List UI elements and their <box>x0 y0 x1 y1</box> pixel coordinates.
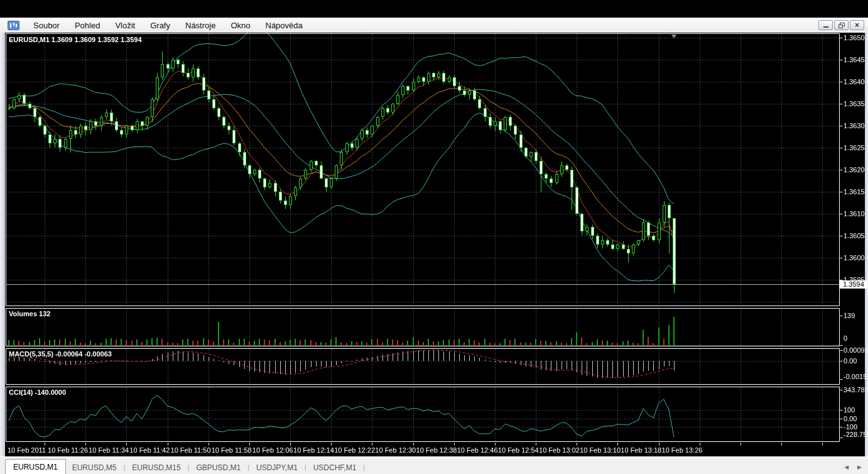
menu-item-nástroje[interactable]: Nástroje <box>178 19 223 32</box>
tab-usdjpy-m1[interactable]: USDJPY,M1 <box>250 461 304 474</box>
price-axis-tick: 1.3630 <box>844 122 865 130</box>
price-axis-tick: 1.3615 <box>844 188 865 196</box>
macd-axis-tick: 0.00 <box>844 357 857 365</box>
price-axis-tick: 1.3650 <box>844 34 865 41</box>
time-axis-label: 10 Feb 12:14 <box>293 446 334 454</box>
tabs-scroll-right-button[interactable]: ▶ <box>857 464 862 470</box>
close-icon: × <box>855 21 859 29</box>
time-axis-label: 10 Feb 12:30 <box>375 446 416 454</box>
time-axis-label: 10 Feb 12:38 <box>416 446 457 454</box>
menu-item-soubor[interactable]: Soubor <box>26 19 67 32</box>
time-axis-label: 10 Feb 13:18 <box>621 446 661 454</box>
cci-axis-tick: 0.00 <box>844 415 857 422</box>
volume-axis-tick: 0 <box>844 334 847 342</box>
time-axis-label: 10 Feb 11:34 <box>89 446 129 454</box>
price-axis-tick: 1.3640 <box>844 78 865 85</box>
chart-ohlc-title: EURUSD,M1 1.3609 1.3609 1.3592 1.3594 <box>9 36 142 43</box>
time-axis-label: 10 Feb 11:26 <box>48 446 88 454</box>
time-axis-label: 10 Feb 13:10 <box>580 446 621 454</box>
price-axis-tick: 1.3620 <box>844 166 865 174</box>
cci-axis-tick: -100 <box>844 423 857 431</box>
price-axis-tick: 1.3600 <box>844 254 865 262</box>
menu-item-okno[interactable]: Okno <box>223 19 258 32</box>
window-controls: × <box>818 20 864 30</box>
price-axis-tick: 1.3625 <box>844 144 865 152</box>
time-axis-label: 10 Feb 12:54 <box>498 446 539 454</box>
tab-scroll-buttons: ◀ ▶ <box>844 464 862 474</box>
chart-tabs: EURUSD,M1EURUSD,M5|EURUSD,M15|GBPUSD,M1|… <box>0 457 366 474</box>
menu-item-pohled[interactable]: Pohled <box>67 19 107 32</box>
chart-canvas[interactable] <box>0 33 868 456</box>
menu-items: SouborPohledVložitGrafyNástrojeOknoNápov… <box>26 19 310 32</box>
macd-axis-tick: -0.00159 <box>844 373 868 380</box>
time-axis-label: 10 Feb 11:42 <box>129 446 170 454</box>
app-icon <box>8 21 19 30</box>
menu-item-vložit[interactable]: Vložit <box>107 19 143 32</box>
menu-item-nápověda[interactable]: Nápověda <box>258 19 310 32</box>
cci-axis-tick: 343.7879 <box>844 386 868 394</box>
tab-usdchf-m1[interactable]: USDCHF,M1 <box>307 461 363 474</box>
time-axis-label: 10 Feb 2011 <box>8 446 46 454</box>
time-axis-label: 10 Feb 12:22 <box>334 446 375 454</box>
minimize-icon <box>823 26 828 28</box>
tab-eurusd-m15[interactable]: EURUSD,M15 <box>126 461 187 474</box>
mt4-window: SouborPohledVložitGrafyNástrojeOknoNápov… <box>0 0 868 474</box>
minimize-button[interactable] <box>818 20 833 30</box>
macd-axis-tick: 0.00091 <box>844 346 868 354</box>
macd-label: MACD(5,35,5) -0.00064 -0.00063 <box>9 350 112 358</box>
time-axis-label: 10 Feb 11:58 <box>212 446 252 454</box>
menu-item-grafy[interactable]: Grafy <box>143 19 178 32</box>
tab-eurusd-m5[interactable]: EURUSD,M5 <box>66 461 123 474</box>
current-price-tag: 1.3594 <box>840 280 867 289</box>
chart-tab-bar: EURUSD,M1EURUSD,M5|EURUSD,M15|GBPUSD,M1|… <box>0 456 868 474</box>
price-axis-tick: 1.3645 <box>844 56 865 63</box>
tab-separator: | <box>362 463 366 474</box>
restore-icon <box>838 23 845 28</box>
restore-button[interactable] <box>834 20 849 30</box>
cci-label: CCI(14) -140.0000 <box>9 389 66 396</box>
time-axis-label: 10 Feb 13:26 <box>662 446 703 454</box>
close-button[interactable]: × <box>850 20 864 30</box>
price-axis-tick: 1.3635 <box>844 100 865 107</box>
price-axis-tick: 1.3610 <box>844 210 865 218</box>
tabs-scroll-left-button[interactable]: ◀ <box>844 464 849 470</box>
time-axis-label: 10 Feb 12:06 <box>252 446 293 454</box>
time-axis-label: 10 Feb 11:50 <box>171 446 211 454</box>
time-axis-label: 10 Feb 12:46 <box>457 446 498 454</box>
cci-axis-tick: -228.757 <box>844 431 868 438</box>
time-axis-label: 10 Feb 13:02 <box>539 446 580 454</box>
volumes-label: Volumes 132 <box>9 310 50 317</box>
menu-bar: SouborPohledVložitGrafyNástrojeOknoNápov… <box>0 18 868 33</box>
tab-gbpusd-m1[interactable]: GBPUSD,M1 <box>190 461 247 474</box>
volume-axis-tick: 139 <box>844 312 855 319</box>
cci-axis-tick: 100 <box>844 406 855 414</box>
top-black-strip <box>0 0 868 18</box>
window-left-border <box>0 33 5 456</box>
tab-eurusd-m1[interactable]: EURUSD,M1 <box>5 459 66 474</box>
price-axis-tick: 1.3605 <box>844 232 865 240</box>
